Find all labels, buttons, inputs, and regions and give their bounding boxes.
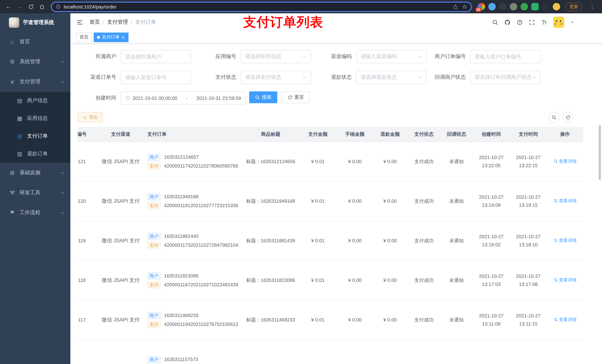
col-id: 编号 — [78, 127, 98, 142]
site-info-icon[interactable] — [55, 4, 61, 9]
pay-tag: 支付 — [147, 202, 161, 209]
extension-icon[interactable] — [553, 3, 560, 10]
search-button[interactable]: 搜索 — [249, 91, 277, 103]
cell-fee: ¥ 0.00 — [337, 181, 372, 221]
col-channel: 支付渠道 — [98, 127, 143, 142]
sidebar-toggle-icon[interactable] — [76, 19, 83, 26]
channel-code-label: 渠道编码 — [311, 53, 356, 60]
create-time-range-picker[interactable]: 2021-10-01 00:00:00 - 2021-10-31 23:59:5… — [121, 91, 246, 105]
view-detail-link[interactable]: 查看详情 — [553, 238, 577, 244]
extension-icon[interactable] — [510, 3, 517, 10]
channel-order-no-input[interactable] — [121, 71, 191, 84]
cell-title: 标题：1635311823086 — [243, 260, 298, 300]
cell-refund: ¥ 0.00 — [372, 142, 408, 181]
url-bar[interactable]: localhost:1024/pay/order — [51, 2, 472, 12]
search-icon[interactable] — [492, 19, 498, 25]
cell-create-time — [473, 340, 510, 364]
yen-icon: ¥ — [8, 79, 16, 85]
col-pay-order: 支付订单 — [143, 127, 243, 142]
share-icon[interactable] — [453, 4, 458, 9]
cell-pay-order: 商户1635311157573 — [143, 340, 243, 364]
merchant-order-no-input[interactable] — [470, 50, 540, 63]
col-pay-time: 支付时间 — [510, 127, 547, 142]
table-row: 120 微信 JSAPI 支付 商户1635311949168 支付420000… — [78, 181, 583, 221]
gear-icon: ⚙ — [8, 58, 16, 65]
cell-actions: 查看详情 — [547, 300, 583, 340]
export-button[interactable]: 导出 — [78, 112, 103, 123]
extension-icon[interactable] — [499, 3, 506, 10]
browser-reload-icon[interactable] — [26, 2, 35, 11]
view-detail-link[interactable]: 查看详情 — [553, 277, 577, 283]
sidebar-item-refund-order[interactable]: ▥ 退款订单 — [0, 145, 70, 163]
refresh-table-button[interactable] — [563, 112, 573, 123]
browser-update-button[interactable]: 更新 — [565, 2, 582, 11]
date-start[interactable]: 2021-10-01 00:00:00 — [133, 95, 177, 101]
merchant-order-no-label: 商户订单编号 — [427, 53, 470, 60]
breadcrumb-current: 支付订单 — [135, 19, 156, 26]
view-detail-link[interactable]: 查看详情 — [553, 317, 577, 323]
merchant-tag: 商户 — [147, 153, 161, 161]
table-row: 商户1635311157573 — [78, 340, 583, 364]
tab-home[interactable]: 首页 — [76, 32, 92, 42]
extension-icon[interactable] — [488, 3, 496, 10]
cell-pay-order: 商户1635311949168 支付4200001181202110277723… — [143, 181, 243, 221]
extension-icon[interactable] — [542, 3, 549, 10]
cell-pay-order: 商户1635312124657 支付4200001174202110278060… — [143, 142, 243, 181]
pay-status-select[interactable]: 请选择支付状态 — [241, 71, 311, 84]
extension-icon[interactable] — [531, 3, 539, 10]
browser-back-icon[interactable]: ← — [4, 2, 13, 11]
cell-channel: 微信 JSAPI 支付 — [98, 142, 143, 181]
date-end[interactable]: 2021-10-31 23:59:59 — [196, 95, 241, 101]
caret-down-icon[interactable] — [570, 20, 575, 24]
cell-channel — [98, 340, 143, 364]
cell-create-time: 2021-10-2713:19:09 — [473, 181, 510, 221]
sidebar-item-app-info[interactable]: ▦ 应用信息 — [0, 110, 70, 127]
view-detail-link[interactable]: 查看详情 — [553, 198, 577, 204]
sidebar-item-payment[interactable]: ¥ 支付管理 — [0, 72, 70, 92]
tab-pay-order[interactable]: 支付订单 — [94, 32, 129, 42]
close-icon[interactable] — [121, 35, 125, 39]
sidebar-item-merchant-info[interactable]: ▤ 商户信息 — [0, 92, 70, 110]
app-logo[interactable]: 芋道管理系统 — [0, 13, 70, 32]
refund-status-select[interactable]: 请选择退款状态 — [356, 71, 427, 84]
extension-icon[interactable] — [521, 3, 528, 10]
breadcrumb-pay-management[interactable]: 支付管理 — [107, 19, 128, 26]
font-size-icon[interactable] — [541, 19, 547, 25]
target-icon: ◎ — [16, 133, 24, 139]
sidebar-item-infrastructure[interactable]: ⊞ 基础设施 — [0, 163, 70, 183]
reset-button[interactable]: 重置 — [282, 91, 310, 103]
cell-channel: 微信 JSAPI 支付 — [98, 221, 143, 260]
sidebar-item-devtools[interactable]: ⚒ 研发工具 — [0, 183, 70, 203]
avatar[interactable] — [553, 17, 564, 28]
bookmark-star-icon[interactable] — [462, 4, 467, 9]
browser-forward-icon[interactable]: → — [15, 2, 24, 11]
col-title: 商品标题 — [243, 127, 298, 142]
browser-menu-icon[interactable]: ⋮ — [589, 3, 595, 10]
toggle-search-button[interactable] — [549, 112, 559, 123]
chevron-down-icon — [302, 54, 307, 59]
cell-status: 支付成功 — [408, 221, 440, 260]
merchant-input[interactable] — [121, 50, 191, 63]
app-no-select[interactable]: 请选择应用信息 — [241, 50, 311, 63]
channel-code-select[interactable]: 请输入渠道编码 — [356, 50, 427, 63]
help-icon[interactable] — [516, 19, 523, 25]
merchant-tag: 商户 — [147, 356, 161, 363]
cell-id: 117 — [78, 300, 98, 340]
sidebar-item-workflow[interactable]: ⚑ 工作流程 — [0, 203, 70, 223]
date-separator: - — [177, 95, 196, 101]
browser-home-icon[interactable] — [37, 2, 47, 11]
fullscreen-icon[interactable] — [529, 19, 535, 25]
cell-title: 标题：1635312124656 — [243, 142, 298, 181]
col-status: 支付状态 — [408, 127, 440, 142]
breadcrumb-home[interactable]: 首页 — [90, 19, 100, 26]
sidebar-item-home[interactable]: ⌂ 首页 — [0, 32, 70, 52]
card-icon: ▤ — [16, 97, 24, 104]
page-scrollbar[interactable] — [599, 125, 601, 180]
github-icon[interactable] — [504, 19, 511, 25]
view-detail-link[interactable]: 查看详情 — [553, 158, 577, 165]
sidebar-item-system[interactable]: ⚙ 系统管理 — [0, 52, 70, 72]
extension-icon[interactable]: 10 — [478, 3, 485, 10]
cell-amount: ¥ 0.01 — [298, 300, 337, 340]
callback-status-select[interactable]: 请选择订单回调商户状态 — [470, 71, 540, 84]
sidebar-item-pay-order[interactable]: ◎ 支付订单 — [0, 127, 70, 145]
